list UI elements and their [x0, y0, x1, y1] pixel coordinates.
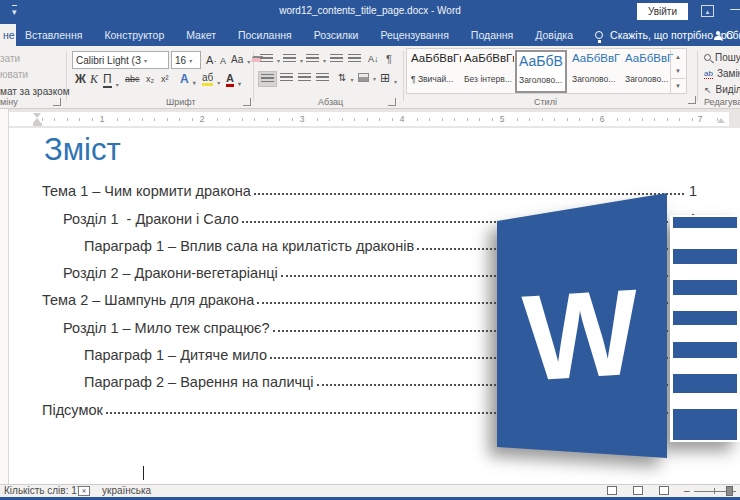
- zoom-out-button[interactable]: –: [684, 485, 690, 497]
- word-logo: W: [480, 180, 740, 480]
- select-cursor-icon: ↖: [704, 85, 712, 95]
- tab-design[interactable]: Конструктор: [104, 29, 164, 41]
- borders-icon[interactable]: ⊞: [380, 71, 397, 85]
- font-group-label: Шрифт: [166, 97, 196, 107]
- shrink-font-button[interactable]: А: [220, 56, 226, 66]
- styles-dialog-launcher-icon[interactable]: [688, 96, 696, 104]
- paragraph-dialog-launcher-icon[interactable]: [388, 98, 396, 106]
- zoom-slider-handle[interactable]: [726, 486, 733, 496]
- numbering-icon[interactable]: [283, 54, 303, 64]
- tab-insert[interactable]: Вставлення: [25, 29, 82, 41]
- sort-icon[interactable]: А↓: [368, 54, 379, 64]
- word-logo-page: [670, 215, 740, 442]
- minimize-button[interactable]: —: [730, 2, 740, 14]
- tab-home-active[interactable]: не: [0, 24, 16, 46]
- group-separator: [403, 51, 404, 101]
- superscript-button[interactable]: х²: [161, 74, 169, 84]
- ruler-number: 4: [396, 114, 408, 124]
- styles-gallery-scroll[interactable]: ▲ ▼ ▼: [670, 50, 685, 93]
- sign-in-button[interactable]: Увійти: [637, 3, 688, 20]
- copy-button[interactable]: ювати: [0, 69, 28, 80]
- title-bar: ▾ word12_contents_title_page.docx - Word…: [0, 0, 740, 24]
- ribbon-display-options-icon[interactable]: ▴: [701, 5, 714, 17]
- align-center-icon[interactable]: [280, 73, 293, 83]
- tab-view[interactable]: Подання: [471, 29, 513, 41]
- ribbon-tab-bar: не Вставлення Конструктор Макет Посиланн…: [0, 24, 740, 46]
- ruler-number: 1: [96, 114, 108, 124]
- font-name-combo[interactable]: Calibri Light (З: [72, 51, 169, 69]
- strikethrough-button[interactable]: abc: [125, 74, 140, 84]
- style-heading2[interactable]: АаБбВвГ Заголово...: [570, 51, 622, 91]
- shading-icon[interactable]: [358, 73, 376, 82]
- proofing-icon[interactable]: ✕: [78, 486, 90, 496]
- share-button[interactable]: С: [714, 24, 738, 46]
- cut-button[interactable]: зати: [0, 53, 20, 64]
- align-right-icon[interactable]: [298, 73, 311, 83]
- print-layout-button[interactable]: [628, 486, 648, 497]
- italic-button[interactable]: К: [90, 72, 98, 87]
- web-layout-button[interactable]: [654, 486, 674, 497]
- left-indent-marker[interactable]: [33, 123, 42, 126]
- bold-button[interactable]: Ж: [75, 72, 86, 86]
- ruler-ticks: [42, 118, 727, 121]
- word-window: ▾ word12_contents_title_page.docx - Word…: [0, 0, 740, 500]
- ruler-number: 2: [196, 114, 208, 124]
- editing-group-label: Редагуван: [704, 97, 740, 107]
- show-marks-icon[interactable]: ¶: [386, 53, 392, 65]
- styles-group-label: Стилі: [534, 97, 557, 107]
- horizontal-ruler[interactable]: 1 2 3 4 5 6 7: [9, 112, 729, 126]
- find-button[interactable]: Пошук: [704, 52, 740, 63]
- read-mode-button[interactable]: [602, 486, 622, 497]
- lightbulb-icon: [595, 31, 603, 39]
- increase-indent-icon[interactable]: [348, 54, 361, 64]
- grow-font-button[interactable]: Аˆ: [206, 54, 216, 66]
- font-dialog-launcher-icon[interactable]: [243, 98, 251, 106]
- word-count[interactable]: Кількість слів: 179: [4, 485, 88, 497]
- text-cursor: [143, 466, 144, 480]
- replace-icon: ab: [704, 69, 713, 79]
- tab-help[interactable]: Довідка: [535, 29, 573, 41]
- zoom-slider-notch: [714, 488, 715, 494]
- styles-scroll-up-icon[interactable]: ▲: [671, 50, 685, 64]
- clipboard-dialog-launcher-icon[interactable]: [53, 98, 61, 106]
- tab-layout[interactable]: Макет: [186, 29, 216, 41]
- line-spacing-icon[interactable]: ⇅: [338, 72, 353, 83]
- styles-scroll-down-icon[interactable]: ▼: [671, 64, 685, 78]
- style-no-spacing[interactable]: АаБбВвГг, Без інтерв...: [462, 51, 514, 91]
- font-color-icon[interactable]: А: [226, 72, 241, 87]
- text-effects-icon[interactable]: А: [180, 72, 196, 86]
- align-left-icon[interactable]: [258, 71, 277, 87]
- font-size-combo[interactable]: 16: [171, 51, 201, 69]
- justify-icon[interactable]: [316, 73, 329, 83]
- change-case-button[interactable]: Аа: [231, 54, 250, 65]
- bullets-icon[interactable]: [260, 54, 280, 64]
- right-indent-marker[interactable]: [717, 118, 725, 123]
- select-button[interactable]: ↖ Виділити: [704, 84, 740, 95]
- style-normal[interactable]: АаБбВвГг, ¶ Звичай...: [409, 51, 461, 91]
- ruler-number: 6: [596, 114, 608, 124]
- styles-more-icon[interactable]: ▼: [671, 78, 685, 93]
- style-heading3[interactable]: АаБбВвГ Заголово...: [623, 51, 675, 91]
- person-icon: [714, 36, 722, 40]
- replace-button[interactable]: ab Замінити: [704, 68, 740, 79]
- multilevel-list-icon[interactable]: [306, 54, 326, 64]
- status-bar: Кількість слів: 179 ✕ українська –: [0, 484, 740, 497]
- group-separator: [697, 51, 698, 101]
- highlight-color-icon[interactable]: аб: [202, 72, 220, 86]
- language-indicator[interactable]: українська: [102, 485, 151, 497]
- ruler-number: 7: [694, 114, 706, 124]
- ruler-row: 1 2 3 4 5 6 7: [0, 109, 740, 128]
- window-title: word12_contents_title_page.docx - Word: [0, 5, 740, 16]
- subscript-button[interactable]: х₂: [146, 74, 154, 84]
- tab-references[interactable]: Посилання: [238, 29, 292, 41]
- tab-review[interactable]: Рецензування: [380, 29, 448, 41]
- decrease-indent-icon[interactable]: [330, 54, 343, 64]
- share-label: С: [726, 29, 734, 41]
- format-painter-button[interactable]: мат за зразком: [0, 86, 70, 97]
- ruler-number: 5: [496, 114, 508, 124]
- toc-heading[interactable]: Зміст: [44, 132, 121, 168]
- tab-mailings[interactable]: Розсилки: [314, 29, 359, 41]
- styles-gallery: АаБбВвГг, ¶ Звичай... АаБбВвГг, Без інте…: [406, 48, 687, 94]
- underline-button[interactable]: П: [103, 72, 119, 88]
- style-heading1-selected[interactable]: АаБбВ Заголово...: [515, 50, 567, 93]
